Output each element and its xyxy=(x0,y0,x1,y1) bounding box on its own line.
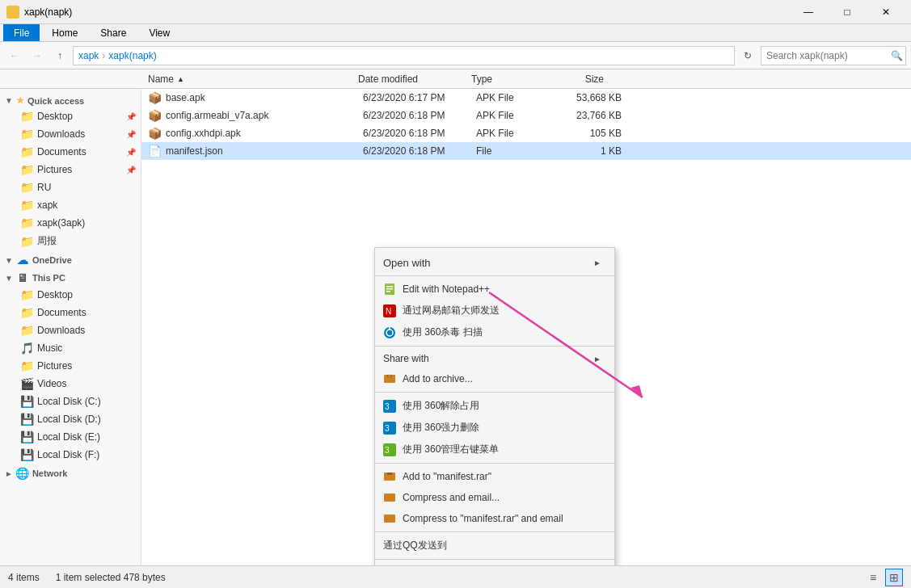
ctx-separator xyxy=(375,275,614,276)
ctx-separator xyxy=(375,559,614,560)
ctx-add-archive[interactable]: Add to archive... xyxy=(375,368,614,389)
folder-icon: 📁 xyxy=(20,110,33,123)
file-size: 1 KB xyxy=(557,145,622,157)
ctx-compress-manifest-email[interactable]: Compress to "manifest.rar" and email xyxy=(375,508,614,529)
sidebar-item-pictures-pc[interactable]: 📁 Pictures xyxy=(0,357,141,375)
sidebar-item-xapk[interactable]: 📁 xapk xyxy=(0,196,141,214)
tab-share[interactable]: Share xyxy=(90,24,137,41)
breadcrumb[interactable]: xapk › xapk(napk) xyxy=(73,46,735,65)
main-layout: ▼ ★ Quick access 📁 Desktop 📌 📁 Downloads… xyxy=(0,89,911,565)
refresh-button[interactable]: ↻ xyxy=(738,46,757,65)
network-icon: 🌐 xyxy=(16,467,29,480)
sidebar-item-downloads-pc[interactable]: 📁 Downloads xyxy=(0,321,141,339)
sidebar-item-downloads-qa[interactable]: 📁 Downloads 📌 xyxy=(0,125,141,143)
sidebar-item-diskd[interactable]: 💾 Local Disk (D:) xyxy=(0,410,141,428)
sidebar-item-diskc[interactable]: 💾 Local Disk (C:) xyxy=(0,393,141,410)
sidebar-item-ru[interactable]: 📁 RU xyxy=(0,178,141,196)
breadcrumb-item-xapk[interactable]: xapk xyxy=(78,50,99,61)
minimize-button[interactable]: — xyxy=(790,0,827,24)
nav-bar: ← → ↑ xapk › xapk(napk) ↻ 🔍 xyxy=(0,42,911,69)
sidebar-item-report[interactable]: 📁 周报 xyxy=(0,232,141,250)
svg-rect-11 xyxy=(388,376,391,376)
item-count: 4 items xyxy=(8,572,40,583)
chevron-quickaccess: ▼ xyxy=(5,96,13,105)
details-view-button[interactable]: ≡ xyxy=(864,569,882,586)
ctx-360-manage[interactable]: 3 使用 360管理右键菜单 xyxy=(375,439,614,460)
sidebar-item-xapk3[interactable]: 📁 xapk(3apk) xyxy=(0,214,141,232)
sidebar-quickaccess-label: Quick access xyxy=(27,96,84,106)
sidebar-item-desktop-pc[interactable]: 📁 Desktop xyxy=(0,286,141,304)
folder-icon: 📁 xyxy=(20,288,33,301)
forward-button[interactable]: → xyxy=(27,46,47,65)
table-row[interactable]: 📦 config.xxhdpi.apk 6/23/2020 6:18 PM AP… xyxy=(141,124,911,142)
maximize-button[interactable]: □ xyxy=(829,0,866,24)
back-button[interactable]: ← xyxy=(5,46,24,65)
ctx-compress-email[interactable]: Compress and email... xyxy=(375,487,614,508)
sidebar-section-thispc[interactable]: ▼ 🖥 This PC xyxy=(0,268,141,286)
ctx-360-free[interactable]: 3 使用 360解除占用 xyxy=(375,395,614,417)
ctx-separator xyxy=(375,392,614,393)
file-size: 23,766 KB xyxy=(557,110,622,121)
col-header-name[interactable]: Name ▲ xyxy=(141,74,352,85)
360-scan-icon xyxy=(383,326,396,339)
col-header-size[interactable]: Size xyxy=(546,74,610,85)
sidebar-item-diske[interactable]: 💾 Local Disk (E:) xyxy=(0,428,141,446)
svg-text:3: 3 xyxy=(385,402,390,411)
table-row[interactable]: 📄 manifest.json 6/23/2020 6:18 PM File 1… xyxy=(141,142,911,160)
large-icons-view-button[interactable]: ⊞ xyxy=(885,569,903,586)
submenu-arrow-icon: ► xyxy=(593,355,601,363)
svg-rect-21 xyxy=(384,514,395,523)
ctx-restore-prev[interactable]: Restore previous versions xyxy=(375,562,614,565)
ctx-scan-360[interactable]: 使用 360杀毒 扫描 xyxy=(375,321,614,343)
file-date: 6/23/2020 6:18 PM xyxy=(363,145,476,157)
close-button[interactable]: ✕ xyxy=(867,0,905,24)
tab-file[interactable]: File xyxy=(3,24,40,41)
file-date: 6/23/2020 6:18 PM xyxy=(363,128,476,139)
up-button[interactable]: ↑ xyxy=(50,46,70,65)
sidebar-item-music-pc[interactable]: 🎵 Music xyxy=(0,339,141,357)
file-type: APK File xyxy=(476,110,557,121)
ctx-send-netease[interactable]: N 通过网易邮箱大师发送 xyxy=(375,300,614,321)
ctx-edit-notepad[interactable]: Edit with Notepad++ xyxy=(375,279,614,300)
search-input[interactable] xyxy=(766,50,888,61)
ctx-send-qq[interactable]: 通过QQ发送到 xyxy=(375,535,614,556)
file-type: APK File xyxy=(476,92,557,103)
sidebar-thispc-label: This PC xyxy=(32,273,65,283)
sidebar: ▼ ★ Quick access 📁 Desktop 📌 📁 Downloads… xyxy=(0,89,141,565)
tab-view[interactable]: View xyxy=(138,24,180,41)
ctx-add-rar[interactable]: Add to "manifest.rar" xyxy=(375,466,614,487)
ctx-open-with[interactable]: Open with ► xyxy=(375,250,614,273)
ctx-360-delete[interactable]: 3 使用 360强力删除 xyxy=(375,417,614,439)
sidebar-section-network[interactable]: ► 🌐 Network xyxy=(0,464,141,481)
sidebar-item-pictures-qa[interactable]: 📁 Pictures 📌 xyxy=(0,161,141,178)
ctx-share-with[interactable]: Share with ► xyxy=(375,349,614,368)
disk-icon: 💾 xyxy=(20,413,33,426)
column-headers: Name ▲ Date modified Type Size xyxy=(0,69,911,89)
tab-home[interactable]: Home xyxy=(41,24,88,41)
search-box[interactable]: 🔍 xyxy=(761,46,906,65)
file-date: 6/23/2020 6:18 PM xyxy=(363,110,476,121)
sidebar-item-diskf[interactable]: 💾 Local Disk (F:) xyxy=(0,446,141,464)
sidebar-item-videos-pc[interactable]: 🎬 Videos xyxy=(0,375,141,393)
file-name: base.apk xyxy=(166,92,363,103)
col-header-type[interactable]: Type xyxy=(465,74,546,85)
music-icon: 🎵 xyxy=(20,342,33,355)
col-header-date[interactable]: Date modified xyxy=(352,74,465,85)
folder-xapk3-icon: 📁 xyxy=(20,216,33,229)
chevron-network: ► xyxy=(5,469,13,478)
archive-icon xyxy=(383,372,396,385)
sidebar-section-onedrive[interactable]: ▼ ☁ OneDrive xyxy=(0,250,141,268)
chevron-onedrive: ▼ xyxy=(5,256,13,265)
onedrive-icon: ☁ xyxy=(16,254,29,267)
title-bar-title: xapk(napk) xyxy=(24,6,72,18)
breadcrumb-item-current[interactable]: xapk(napk) xyxy=(108,50,156,61)
json-icon: 📄 xyxy=(148,145,161,158)
sidebar-item-desktop-qa[interactable]: 📁 Desktop 📌 xyxy=(0,107,141,125)
sidebar-item-documents-pc[interactable]: 📁 Documents xyxy=(0,304,141,321)
table-row[interactable]: 📦 config.armeabi_v7a.apk 6/23/2020 6:18 … xyxy=(141,107,911,124)
table-row[interactable]: 📦 base.apk 6/23/2020 6:17 PM APK File 53… xyxy=(141,89,911,107)
360-free-icon: 3 xyxy=(383,400,396,413)
app-icon xyxy=(6,6,19,19)
sidebar-section-quickaccess[interactable]: ▼ ★ Quick access xyxy=(0,92,141,107)
sidebar-item-documents-qa[interactable]: 📁 Documents 📌 xyxy=(0,143,141,161)
